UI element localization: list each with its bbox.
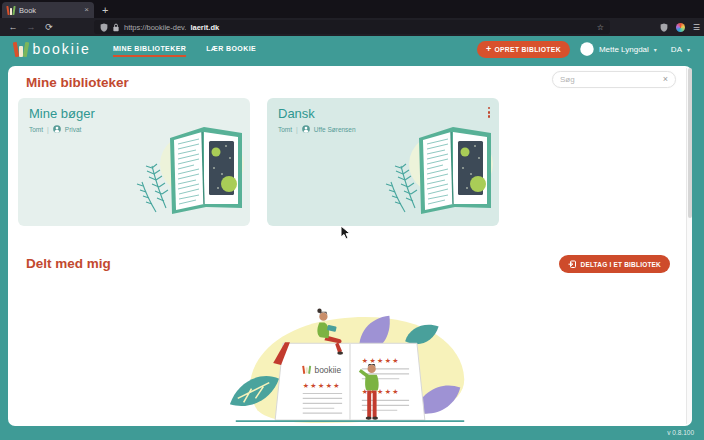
card-owner: Uffe Sørensen [314, 126, 356, 133]
new-tab-button[interactable]: + [102, 5, 108, 16]
join-library-label: DELTAG I ET BIBLIOTEK [580, 261, 661, 268]
tab-title: Book [19, 6, 80, 15]
open-book-illustration [130, 124, 250, 224]
svg-text:★★★★★: ★★★★★ [303, 382, 341, 389]
divider: | [47, 126, 49, 133]
language-caret-icon: ▾ [687, 46, 690, 53]
scrollbar[interactable] [686, 68, 692, 424]
card-owner: Privat [65, 126, 82, 133]
language-selector[interactable]: DA ▾ [667, 45, 690, 54]
library-card-dansk[interactable]: Dansk Tomt | Uffe Sørensen [267, 98, 499, 226]
svg-text:★★★★★: ★★★★★ [362, 357, 400, 364]
logo-text: bookiie [33, 41, 91, 57]
url-text: https://bookiie-dev. [124, 23, 186, 32]
main-panel: Mine biblioteker × Mine bøger Tomt | Pri… [8, 66, 692, 426]
scrollbar-thumb[interactable] [688, 68, 692, 218]
url-bar[interactable]: https://bookiie-dev. laerit.dk ☆ [94, 20, 610, 34]
owner-avatar-icon [302, 125, 310, 133]
divider: | [296, 126, 298, 133]
forward-icon[interactable]: → [22, 22, 40, 32]
user-avatar-icon [580, 42, 594, 56]
card-status: Tomt [278, 126, 292, 133]
reload-icon[interactable]: ⟳ [40, 22, 58, 32]
app-header: bookiie MINE BIBLIOTEKER LÆR BOOKIE + OP… [0, 36, 704, 62]
card-title: Mine bøger [29, 106, 95, 121]
user-name: Mette Lyngdal [599, 45, 649, 54]
back-icon[interactable]: ← [4, 22, 22, 32]
plus-icon: + [486, 45, 492, 54]
reading-people-illustration: bookiie ★★★★★ ★★★★★ ★★★★★ [222, 296, 478, 426]
tracking-shield-icon[interactable] [100, 23, 108, 32]
join-library-button[interactable]: DELTAG I ET BIBLIOTEK [559, 255, 670, 273]
extension-shield-icon[interactable] [660, 23, 668, 32]
user-caret-icon: ▾ [654, 46, 657, 53]
bookiie-logo[interactable]: bookiie [14, 41, 91, 57]
clear-search-icon[interactable]: × [663, 75, 668, 84]
user-menu[interactable]: Mette Lyngdal ▾ [580, 42, 657, 56]
browser-toolbar: ← → ⟳ https://bookiie-dev. laerit.dk ☆ ☰ [0, 18, 704, 36]
svg-text:bookiie: bookiie [315, 365, 342, 375]
browser-tab[interactable]: Book × [2, 2, 94, 18]
search-input[interactable] [560, 75, 663, 84]
create-library-label: OPRET BIBLIOTEK [494, 46, 560, 53]
tab-close-icon[interactable]: × [84, 6, 89, 14]
url-domain: laerit.dk [190, 23, 219, 32]
card-status: Tomt [29, 126, 43, 133]
card-title: Dansk [278, 106, 315, 121]
nav-mine-biblioteker[interactable]: MINE BIBLIOTEKER [113, 41, 186, 57]
create-library-button[interactable]: + OPRET BIBLIOTEK [477, 41, 570, 58]
mouse-cursor [340, 225, 352, 241]
open-book-illustration [379, 124, 499, 224]
shared-with-me-title: Delt med mig [26, 256, 111, 271]
color-wheel-extension-icon[interactable] [676, 23, 685, 32]
language-label: DA [671, 45, 682, 54]
screen: Book × + ← → ⟳ https://bookiie-dev. laer… [0, 0, 704, 440]
card-kebab-menu-icon[interactable] [488, 107, 490, 118]
nav-laer-bookie[interactable]: LÆR BOOKIE [206, 41, 256, 57]
browser-menu-icon[interactable]: ☰ [693, 23, 700, 32]
top-nav: MINE BIBLIOTEKER LÆR BOOKIE [113, 41, 256, 57]
browser-tab-strip: Book × + [0, 0, 704, 18]
search-box[interactable]: × [552, 71, 676, 88]
bookiie-favicon-icon [7, 6, 15, 15]
library-card-mine-boger[interactable]: Mine bøger Tomt | Privat [18, 98, 250, 226]
owner-avatar-icon [53, 125, 61, 133]
join-icon [568, 260, 576, 268]
bookiie-logo-icon [14, 42, 28, 57]
app-version: v 0.8.100 [667, 429, 694, 436]
lock-icon [112, 23, 120, 32]
bookmark-star-icon[interactable]: ☆ [597, 23, 604, 32]
my-libraries-title: Mine biblioteker [26, 75, 129, 90]
